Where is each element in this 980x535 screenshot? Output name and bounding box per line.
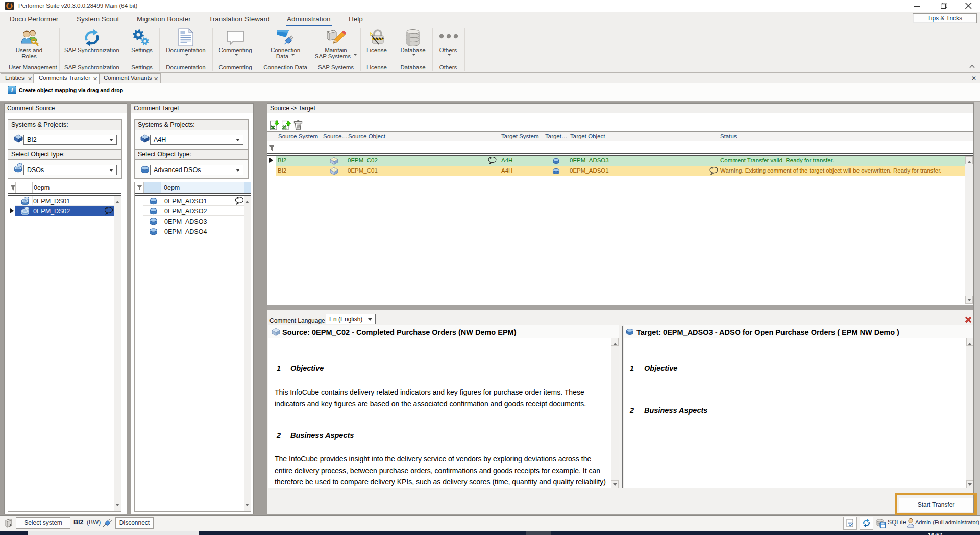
svg-text:i: i [11,86,13,94]
